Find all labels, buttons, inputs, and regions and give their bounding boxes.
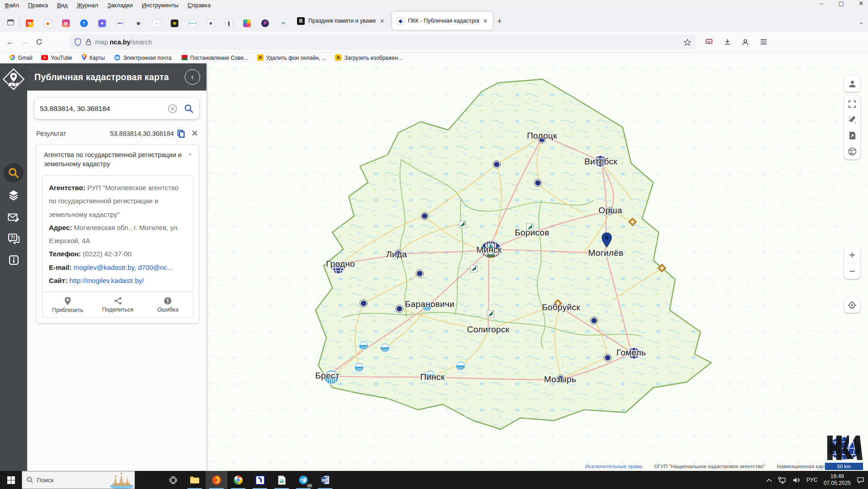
telegram-button[interactable]: 48 (293, 471, 314, 489)
url-bar[interactable]: map.nca.by/search (70, 34, 695, 50)
bookmark-item[interactable]: Удалить фон онлайн, ... (254, 53, 330, 63)
close-button[interactable]: ✕ (857, 0, 865, 7)
forward-icon[interactable]: → (17, 35, 32, 49)
menu-tools[interactable]: Инструменты (142, 2, 178, 9)
tray-expand-icon[interactable] (766, 478, 772, 482)
photo-editor-icon[interactable]: pho.to (189, 19, 197, 27)
app-menu-icon[interactable] (756, 35, 771, 49)
p-circle-icon[interactable]: P (261, 19, 269, 27)
heart-app-icon[interactable]: ♥ (98, 19, 106, 27)
pocket-save-icon[interactable] (702, 35, 716, 49)
measure-button[interactable] (844, 112, 860, 128)
exclusive-rights-link[interactable]: Исключительные права (585, 464, 642, 469)
zoom-out-button[interactable]: − (844, 263, 860, 279)
volume-icon[interactable] (792, 477, 801, 484)
zoom-to-button[interactable]: Приблизить (43, 292, 93, 317)
menu-help[interactable]: Справка (187, 2, 211, 9)
tracking-shield-icon[interactable] (74, 38, 82, 46)
map-marker-dam[interactable] (380, 343, 390, 353)
menu-file[interactable]: Файл (5, 2, 19, 9)
clear-search-icon[interactable] (168, 104, 177, 114)
agency-accordion-header[interactable]: Агентства по государственной регистрации… (37, 145, 199, 173)
maximize-button[interactable]: ▢ (837, 0, 845, 7)
clock[interactable]: 16:49 07.05.2025 (824, 473, 851, 487)
account-map-button[interactable] (844, 76, 860, 92)
cb-circle-icon[interactable]: CB (279, 19, 287, 27)
minimize-button[interactable]: – (817, 0, 825, 7)
tab2-close-icon[interactable]: ✕ (482, 18, 489, 24)
map-marker-dot[interactable] (395, 305, 403, 313)
file-explorer-button[interactable] (184, 471, 206, 489)
globe-site-icon[interactable]: ⊕ (134, 19, 142, 27)
bookmark-item[interactable]: Карты (78, 53, 109, 63)
tab-inactive[interactable]: В Праздник памяти и уважения. ✕ (293, 12, 389, 30)
chrome-button[interactable] (227, 471, 249, 489)
tab-active[interactable]: ◈ ПКК - Публичная кадастровая ✕ (392, 12, 493, 30)
list-all-tabs-icon[interactable]: ⌄ (859, 19, 863, 25)
network-icon[interactable] (778, 477, 786, 484)
geolocate-button[interactable] (844, 297, 860, 313)
map-marker-dot[interactable] (360, 299, 368, 307)
map-marker-dot[interactable] (590, 316, 598, 325)
rail-search-button[interactable] (4, 163, 24, 183)
map-canvas[interactable] (206, 63, 868, 471)
share-button[interactable]: Поделиться (93, 292, 143, 317)
language-indicator[interactable]: РУС (806, 477, 818, 483)
copy-icon[interactable] (177, 129, 186, 138)
export-button[interactable] (844, 128, 860, 144)
bookmark-item[interactable]: Постановление Сове... (177, 54, 252, 62)
phone-app-button[interactable] (249, 471, 271, 489)
wave-icon[interactable]: ◗ (153, 19, 160, 27)
start-button[interactable] (0, 471, 22, 489)
map-marker-flag[interactable] (469, 263, 480, 273)
map-marker-dam[interactable] (456, 361, 465, 371)
map-marker-dot[interactable] (421, 212, 429, 220)
map-marker-flag[interactable] (458, 218, 469, 229)
rail-feedback-button[interactable] (4, 207, 24, 227)
map-marker-diamond[interactable] (657, 263, 667, 273)
map-marker-dot[interactable] (416, 269, 424, 278)
bookmark-item[interactable]: GGmail (5, 53, 36, 63)
map-marker-dot[interactable] (493, 160, 501, 168)
map-marker-flag[interactable] (486, 308, 497, 319)
back-icon[interactable]: ← (3, 35, 17, 49)
report-error-button[interactable]: Ошибка (143, 292, 193, 317)
bee-icon[interactable]: ≋ (171, 19, 178, 27)
map-marker-pin[interactable] (601, 232, 613, 248)
submit-search-icon[interactable] (184, 104, 194, 114)
nca-icon[interactable]: НКА (116, 19, 124, 27)
firefox-view-button[interactable] (4, 14, 17, 30)
bookmark-item[interactable]: Загрузить изображен... (331, 53, 406, 63)
lock-icon[interactable] (86, 38, 91, 46)
bars-icon[interactable]: ∥ (225, 19, 233, 27)
bookmark-item[interactable]: YouTube (38, 54, 76, 62)
rainbow-icon[interactable] (243, 19, 251, 27)
search-input[interactable] (40, 105, 168, 113)
map-marker-dam[interactable] (354, 362, 364, 372)
word-button[interactable]: W (314, 471, 336, 489)
map-marker-dot[interactable] (604, 354, 612, 362)
map-viewport[interactable]: ПолоцкВитебскОршаБорисовМинскМогилёвЛида… (206, 63, 868, 471)
bookmark-item[interactable]: Электронная почта (110, 53, 175, 63)
heraldry-icon[interactable]: ⚜ (207, 19, 215, 27)
map-marker-dot[interactable] (534, 179, 542, 187)
map-marker-dam[interactable] (359, 340, 369, 350)
rail-info-button[interactable] (4, 250, 24, 270)
search-highlight-image[interactable] (108, 471, 134, 489)
firefox-button[interactable] (206, 471, 227, 489)
account-icon[interactable] (738, 35, 753, 49)
photos-app-button[interactable] (271, 471, 293, 489)
reload-icon[interactable] (32, 35, 46, 49)
fullscreen-button[interactable] (844, 96, 860, 112)
tab1-close-icon[interactable]: ✕ (379, 18, 386, 24)
task-view-button[interactable] (162, 471, 184, 489)
downloads-icon[interactable] (720, 35, 734, 49)
taskbar-search[interactable]: Поиск (22, 471, 135, 489)
menu-view[interactable]: Вид (57, 2, 68, 9)
map-marker-diamond[interactable] (628, 217, 638, 227)
rail-layers-button[interactable] (4, 185, 24, 205)
menu-edit[interactable]: Правка (28, 2, 48, 9)
zoom-in-button[interactable]: + (844, 247, 860, 263)
instagram-icon[interactable]: ◎ (62, 19, 70, 27)
panel-collapse-button[interactable]: ‹ (185, 69, 200, 85)
